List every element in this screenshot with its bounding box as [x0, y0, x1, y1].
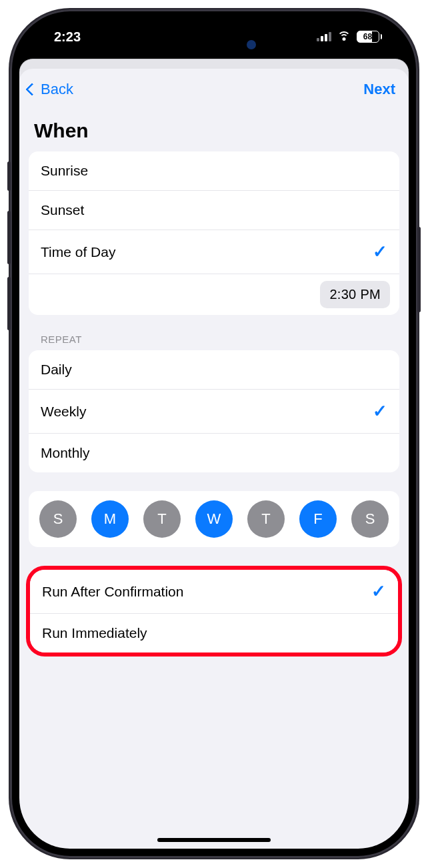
wifi-icon [337, 31, 351, 42]
repeat-daily[interactable]: Daily [29, 350, 399, 390]
time-picker-button[interactable]: 2:30 PM [320, 281, 390, 308]
day-toggle-4[interactable]: T [247, 500, 285, 538]
page-title: When [19, 105, 409, 151]
battery-level: 68 [357, 31, 379, 43]
option-sunset[interactable]: Sunset [29, 191, 399, 230]
run-after-confirmation[interactable]: Run After Confirmation ✓ [30, 570, 398, 614]
repeat-group: Daily Weekly ✓ Monthly [29, 350, 399, 472]
time-row: 2:30 PM [29, 274, 399, 315]
back-button[interactable]: Back [27, 81, 73, 98]
modal-sheet: Back Next When Sunrise Sunset Time of Da… [19, 69, 409, 849]
checkmark-icon: ✓ [371, 581, 386, 602]
repeat-monthly-label: Monthly [41, 445, 90, 461]
day-toggle-5[interactable]: F [299, 500, 337, 538]
when-options-group: Sunrise Sunset Time of Day ✓ 2:30 PM [29, 151, 399, 315]
repeat-daily-label: Daily [41, 362, 72, 378]
run-after-confirmation-label: Run After Confirmation [42, 584, 183, 600]
phone-frame: 2:23 68 Back Next [10, 9, 418, 858]
dynamic-island [164, 31, 264, 59]
option-time-of-day[interactable]: Time of Day ✓ [29, 230, 399, 274]
power-button [417, 227, 421, 312]
checkmark-icon: ✓ [373, 401, 387, 422]
volume-up-button [7, 211, 11, 264]
repeat-monthly[interactable]: Monthly [29, 434, 399, 472]
day-toggle-3[interactable]: W [195, 500, 233, 538]
battery-icon: 68 [357, 31, 383, 43]
nav-bar: Back Next [19, 69, 409, 105]
camera-dot-icon [247, 40, 256, 49]
day-toggle-0[interactable]: S [39, 500, 77, 538]
chevron-left-icon [25, 83, 39, 96]
mute-switch [7, 161, 11, 191]
option-sunrise[interactable]: Sunrise [29, 151, 399, 191]
checkmark-icon: ✓ [373, 242, 387, 262]
next-button[interactable]: Next [363, 81, 395, 98]
status-time: 2:23 [54, 29, 81, 45]
status-right: 68 [317, 31, 383, 43]
repeat-header: REPEAT [29, 334, 399, 350]
volume-down-button [7, 277, 11, 330]
screen: 2:23 68 Back Next [19, 19, 409, 849]
cellular-signal-icon [317, 32, 331, 41]
option-sunrise-label: Sunrise [41, 163, 88, 179]
days-of-week-group: SMTWTFS [29, 491, 399, 547]
repeat-weekly-label: Weekly [41, 404, 86, 420]
option-sunset-label: Sunset [41, 202, 84, 218]
home-indicator[interactable] [157, 838, 271, 842]
repeat-weekly[interactable]: Weekly ✓ [29, 390, 399, 434]
day-toggle-1[interactable]: M [91, 500, 129, 538]
run-immediately-label: Run Immediately [42, 625, 147, 641]
content: Sunrise Sunset Time of Day ✓ 2:30 PM REP… [19, 151, 409, 849]
run-mode-group: Run After Confirmation ✓ Run Immediately [30, 570, 398, 653]
day-toggle-6[interactable]: S [351, 500, 389, 538]
back-label: Back [41, 81, 73, 98]
annotation-highlight: Run After Confirmation ✓ Run Immediately [26, 566, 402, 657]
option-time-of-day-label: Time of Day [41, 244, 115, 260]
day-toggle-2[interactable]: T [143, 500, 181, 538]
run-immediately[interactable]: Run Immediately [30, 614, 398, 653]
